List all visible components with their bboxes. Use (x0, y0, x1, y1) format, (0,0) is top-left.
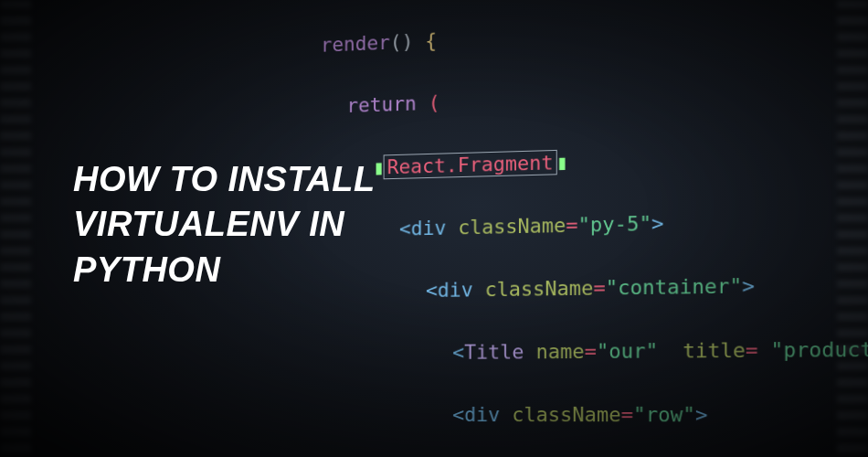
code-token: "product (758, 337, 868, 362)
code-token: "our" (597, 339, 658, 363)
code-token: div (464, 403, 500, 426)
code-token: = (566, 213, 577, 237)
code-token: Title (464, 340, 524, 364)
code-token: ( (417, 91, 440, 115)
code-token: < (452, 341, 464, 364)
code-token: = (621, 403, 633, 427)
code-token: "py-5" (577, 211, 651, 236)
code-token: className (500, 403, 620, 427)
code-token: > (651, 211, 664, 235)
page-title: HOW TO INSTALL VIRTUALENV IN PYTHON (73, 157, 475, 292)
code-token: render (321, 31, 390, 57)
code-token: () (390, 30, 414, 54)
code-token: title (658, 338, 746, 362)
code-token: { (413, 29, 437, 53)
code-token: return (346, 92, 416, 118)
code-token: = (746, 338, 758, 362)
code-token: < (452, 403, 464, 426)
code-token: className (473, 276, 594, 301)
cursor-icon: ▮ (556, 150, 567, 174)
photo-edge-left (0, 0, 31, 457)
code-token: = (593, 276, 605, 300)
code-token: "row" (633, 403, 695, 427)
code-token: > (695, 403, 708, 427)
code-token: > (742, 274, 755, 298)
code-token: name (524, 340, 584, 364)
code-token: "container" (606, 274, 742, 300)
code-token: = (585, 340, 597, 364)
